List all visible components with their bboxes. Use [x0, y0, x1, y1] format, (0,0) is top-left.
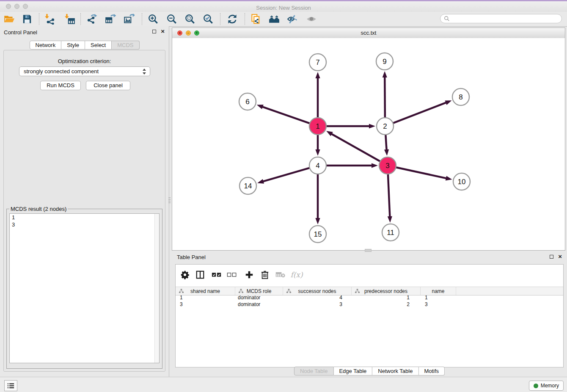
table-cell: 1 [421, 295, 456, 301]
list-icon [7, 383, 14, 389]
graph-node-label: 10 [458, 178, 466, 186]
hierarchy-icon [239, 289, 243, 293]
tab-edge-table[interactable]: Edge Table [333, 367, 372, 375]
save-session-icon[interactable] [21, 14, 33, 25]
search-icon [444, 16, 450, 22]
export-table-icon[interactable] [105, 14, 116, 25]
float-panel-icon[interactable] [152, 30, 156, 33]
tab-select[interactable]: Select [85, 41, 112, 50]
memory-button[interactable]: Memory [529, 381, 564, 391]
network-window-titlebar[interactable]: × − + scc.txt [172, 28, 565, 39]
table-row[interactable]: 3dominator323 [176, 301, 563, 308]
graph-node-9[interactable]: 9 [376, 53, 393, 70]
graph-edge-4-14[interactable] [263, 168, 310, 182]
tab-node-table[interactable]: Node Table [294, 367, 334, 375]
graph-node-4[interactable]: 4 [309, 157, 326, 174]
table-panel-header: Table Panel × [172, 252, 567, 264]
hierarchy-icon [286, 289, 291, 293]
graph-node-1[interactable]: 1 [309, 118, 326, 135]
graph-edge-2-9[interactable] [385, 77, 385, 118]
close-panel-button[interactable]: Close panel [86, 81, 130, 90]
search-input[interactable] [451, 15, 561, 22]
tab-mcds[interactable]: MCDS [112, 41, 139, 50]
zoom-fit-icon[interactable] [184, 14, 196, 25]
first-neighbors-icon[interactable] [268, 14, 280, 25]
graph-node-15[interactable]: 15 [309, 226, 326, 243]
mcds-result-list[interactable]: 13 [9, 213, 160, 363]
tab-network-table[interactable]: Network Table [372, 367, 418, 375]
export-network-icon[interactable] [86, 14, 98, 25]
graph-edge-arrowhead [445, 100, 452, 105]
delete-table-icon[interactable] [274, 269, 287, 281]
zoom-selected-icon[interactable] [202, 14, 214, 25]
graph-edge-3-11[interactable] [388, 174, 390, 217]
show-panel-list-button[interactable] [4, 380, 17, 391]
graph-node-7[interactable]: 7 [309, 54, 326, 71]
column-header-successor-nodes[interactable]: successor nodes [283, 287, 352, 295]
run-mcds-button[interactable]: Run MCDS [40, 81, 81, 90]
refresh-view-icon[interactable] [226, 14, 238, 25]
export-image-icon[interactable] [123, 14, 135, 25]
graph-edge-arrowhead [326, 131, 333, 136]
graph-node-6[interactable]: 6 [239, 93, 256, 110]
add-column-icon[interactable] [243, 269, 256, 281]
control-panel-tabs: NetworkStyleSelectMCDS [29, 41, 139, 50]
import-table-icon[interactable] [64, 14, 76, 25]
float-panel-icon[interactable] [550, 255, 553, 259]
mcds-result-item[interactable]: 1 [10, 214, 159, 221]
graph-edge-3-10[interactable] [396, 167, 447, 178]
table-cell: 4 [283, 295, 352, 301]
table-settings-icon[interactable] [179, 269, 191, 281]
select-all-columns-icon[interactable] [210, 269, 223, 281]
deselect-all-columns-icon[interactable] [226, 269, 238, 281]
open-session-icon[interactable] [3, 14, 15, 25]
network-view-window: × − + scc.txt 7968124314101511 [172, 28, 565, 251]
tab-style[interactable]: Style [61, 41, 85, 50]
node-table-container: f(x) shared name MCDS role successor nod… [175, 264, 564, 367]
graph-node-3[interactable]: 3 [379, 157, 396, 174]
graph-node-label: 14 [244, 182, 252, 190]
clone-network-icon[interactable] [250, 14, 261, 25]
close-panel-icon[interactable]: × [161, 28, 165, 35]
graph-edge-2-8[interactable] [393, 102, 447, 123]
zoom-in-icon[interactable] [147, 14, 159, 25]
criterion-select[interactable]: strongly connected component [19, 66, 150, 76]
graph-node-10[interactable]: 10 [453, 173, 470, 190]
graph-edge-3-1[interactable] [331, 134, 380, 162]
graph-edge-1-6[interactable] [262, 107, 310, 124]
mcds-result-title: MCDS result (2 nodes) [9, 206, 68, 212]
column-header-filler [456, 287, 563, 295]
search-field[interactable] [440, 14, 562, 23]
graph-edge-2-3[interactable] [385, 135, 386, 150]
table-cell: dominator [235, 301, 283, 308]
tab-motifs[interactable]: Motifs [418, 367, 445, 375]
graph-node-14[interactable]: 14 [239, 177, 256, 194]
delete-column-icon[interactable] [259, 269, 271, 281]
column-header-name[interactable]: name [421, 287, 456, 295]
column-header-predecessor-nodes[interactable]: predecessor nodes [352, 287, 421, 295]
network-canvas[interactable]: 7968124314101511 [172, 38, 565, 250]
apply-function-icon[interactable]: f(x) [290, 269, 303, 281]
zoom-out-icon[interactable] [166, 14, 178, 25]
import-network-icon[interactable] [44, 14, 56, 25]
graph-edge-arrowhead [384, 149, 389, 156]
table-cell: 3 [421, 301, 456, 308]
table-row[interactable]: 1dominator411 [176, 295, 563, 301]
mcds-result-item[interactable]: 3 [10, 221, 159, 228]
horizontal-splitter-grip[interactable] [365, 249, 372, 252]
table-panel-tabs: Node TableEdge TableNetwork TableMotifs [294, 367, 445, 375]
graph-node-8[interactable]: 8 [452, 88, 469, 105]
close-panel-icon[interactable]: × [558, 253, 562, 260]
column-header-shared-name[interactable]: shared name [176, 287, 235, 295]
graph-node-11[interactable]: 11 [382, 224, 399, 241]
tab-network[interactable]: Network [29, 41, 61, 50]
column-layout-icon[interactable] [194, 269, 206, 281]
column-header-mcds-role[interactable]: MCDS role [235, 287, 283, 295]
show-all-icon[interactable] [306, 14, 317, 25]
scrollbar-track[interactable] [154, 214, 159, 363]
hide-selected-icon[interactable] [286, 14, 298, 25]
toolbar-separator [80, 13, 81, 25]
graph-node-2[interactable]: 2 [377, 118, 394, 135]
vertical-splitter-grip[interactable] [168, 197, 171, 203]
graph-edge-arrowhead [257, 179, 264, 184]
